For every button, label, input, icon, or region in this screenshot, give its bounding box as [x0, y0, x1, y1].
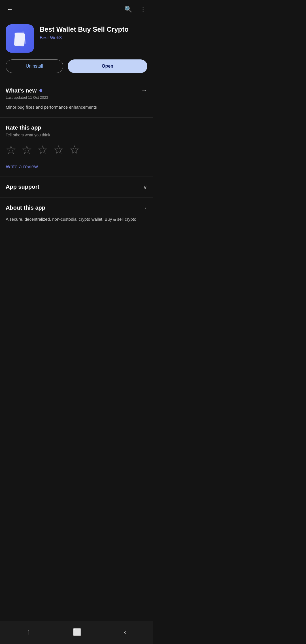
about-header: About this app →: [6, 204, 147, 212]
write-review-button[interactable]: Write a review: [6, 164, 38, 170]
back-icon: ←: [7, 6, 13, 13]
about-title: About this app: [6, 205, 45, 211]
more-icon: ⋮: [140, 6, 146, 13]
top-bar: ← 🔍 ⋮: [0, 0, 153, 19]
uninstall-button[interactable]: Uninstall: [6, 59, 63, 73]
app-support-header[interactable]: App support ∨: [6, 184, 147, 190]
arrow-right-icon: →: [141, 87, 147, 94]
whats-new-title: What's new: [6, 87, 37, 94]
back-button[interactable]: ←: [6, 5, 14, 14]
about-arrow-right-icon: →: [141, 204, 147, 212]
open-button[interactable]: Open: [68, 59, 147, 73]
whats-new-section: What's new → Last updated 11 Oct 2023 Mi…: [0, 80, 153, 117]
stars-row: ☆ ☆ ☆ ☆ ☆: [6, 144, 147, 156]
search-button[interactable]: 🔍: [123, 5, 133, 14]
about-description: A secure, decentralized, non-custodial c…: [6, 216, 147, 223]
more-button[interactable]: ⋮: [139, 5, 147, 14]
whats-new-date: Last updated 11 Oct 2023: [6, 95, 147, 100]
whats-new-description: Minor bug fixes and performance enhancem…: [6, 104, 147, 111]
whats-new-arrow-button[interactable]: →: [141, 87, 147, 94]
app-support-title: App support: [6, 184, 39, 190]
search-icon: 🔍: [124, 6, 132, 13]
rate-title: Rate this app: [6, 124, 147, 131]
new-indicator-dot: [39, 89, 42, 92]
app-info: Best Wallet Buy Sell Crypto Best Web3: [40, 24, 147, 40]
star-3[interactable]: ☆: [37, 144, 48, 156]
app-developer[interactable]: Best Web3: [40, 35, 147, 40]
chevron-down-icon: ∨: [143, 184, 147, 190]
rate-section: Rate this app Tell others what you think…: [0, 118, 153, 177]
svg-rect-2: [14, 33, 25, 46]
about-section: About this app → A secure, decentralized…: [0, 197, 153, 229]
whats-new-header: What's new →: [6, 87, 147, 94]
app-icon-svg: [10, 29, 30, 48]
star-4[interactable]: ☆: [53, 144, 64, 156]
about-arrow-button[interactable]: →: [141, 204, 147, 212]
bottom-spacer: [0, 229, 153, 252]
rate-subtitle: Tell others what you think: [6, 133, 147, 137]
star-5[interactable]: ☆: [69, 144, 80, 156]
star-1[interactable]: ☆: [6, 144, 16, 156]
app-name: Best Wallet Buy Sell Crypto: [40, 25, 147, 34]
star-2[interactable]: ☆: [22, 144, 32, 156]
app-support-section: App support ∨: [0, 177, 153, 197]
whats-new-title-row: What's new: [6, 87, 42, 94]
app-header: Best Wallet Buy Sell Crypto Best Web3: [0, 19, 153, 57]
action-buttons: Uninstall Open: [0, 57, 153, 80]
top-bar-actions: 🔍 ⋮: [123, 5, 147, 14]
app-icon: [6, 24, 34, 53]
